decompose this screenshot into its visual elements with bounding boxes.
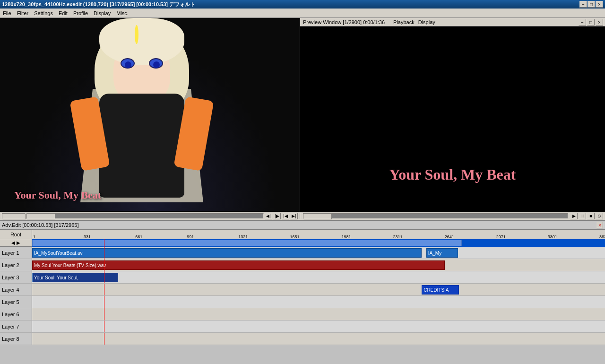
left-scroll-thumb[interactable] xyxy=(2,214,26,219)
menu-settings[interactable]: Settings xyxy=(31,9,56,17)
menu-filter[interactable]: Filter xyxy=(14,9,31,17)
right-preview: Preview Window [1/2900] 0:00/1:36 Playba… xyxy=(300,18,605,212)
character-pupil-right xyxy=(153,61,160,68)
layer-4-track: CREDITSIA xyxy=(32,284,605,295)
layer-2-clip-1[interactable]: My Soul Your Beats (TV Size).wav xyxy=(32,260,445,270)
left-subtitle: Your Soul, My Beat xyxy=(14,189,101,201)
character-body xyxy=(99,94,184,198)
goto-start-button[interactable]: |◀ xyxy=(282,213,289,219)
timeline-close-button[interactable]: × xyxy=(596,222,603,228)
layer-8-track xyxy=(32,333,605,345)
preview-playback-tab[interactable]: Playback xyxy=(391,19,416,25)
goto-end-button[interactable]: ▶| xyxy=(290,213,298,219)
ruler-mark-1: 1 xyxy=(33,234,35,239)
window-title: 1280x720_30fps_44100Hz.exedit (1280,720)… xyxy=(2,1,195,8)
ruler-mark-2641: 2641 xyxy=(445,234,454,239)
layer-1-playhead xyxy=(104,247,104,259)
preview-min-button[interactable]: − xyxy=(579,19,586,26)
layer-4-clip-1[interactable]: CREDITSIA xyxy=(422,285,459,295)
layer-row-3: Layer 3 Your Soul, Your Soul, xyxy=(0,271,605,284)
character-pupil-left xyxy=(125,61,131,68)
timeline-title: Adv.Edit [00:00:10.53] [317/2965] xyxy=(2,222,78,228)
nav-scroll-track[interactable] xyxy=(32,239,605,247)
ruler-mark-991: 991 xyxy=(187,234,194,239)
ruler-mark-2311: 2311 xyxy=(393,234,403,239)
preview-max-button[interactable]: □ xyxy=(587,19,595,26)
nav-row: ◀ ▶ xyxy=(0,239,605,247)
nav-scroll-label: ◀ ▶ xyxy=(0,239,32,246)
timeline-header: Adv.Edit [00:00:10.53] [317/2965] × xyxy=(0,220,605,230)
layer-6-label: Layer 6 xyxy=(0,308,32,320)
left-preview: Your Soul, My Beat xyxy=(0,18,300,212)
stop-button[interactable]: ■ xyxy=(587,213,595,219)
layer-6-playhead xyxy=(104,308,104,320)
transport-left: ◀| |▶ |◀ ▶| xyxy=(0,213,300,219)
layer-row-5: Layer 5 xyxy=(0,296,605,308)
layer-7-track xyxy=(32,321,605,332)
ruler-mark-3301: 3301 xyxy=(548,234,557,239)
nav-scroll-bar[interactable] xyxy=(32,240,462,246)
character-eye-left xyxy=(121,58,135,69)
ruler-mark-1651: 1651 xyxy=(290,234,299,239)
transport-bar: ◀| |▶ |◀ ▶| ▶ ⏸ ■ ⊙ xyxy=(0,212,605,220)
right-scroll-handle[interactable] xyxy=(303,214,332,219)
nav-scroll-arrows[interactable]: ◀ ▶ xyxy=(11,240,20,245)
layer-1-clip-1[interactable]: IA_MySoulYourBeat.avi xyxy=(32,248,422,258)
preview-close-button[interactable]: × xyxy=(596,19,603,26)
menu-misc[interactable]: Misc. xyxy=(113,9,131,17)
menu-profile[interactable]: Profile xyxy=(70,9,91,17)
layer-7-playhead xyxy=(104,321,104,332)
layer-1-label: Layer 1 xyxy=(0,247,32,259)
ruler-mark-331: 331 xyxy=(84,234,91,239)
timeline-ruler: 1 331 661 991 1321 1651 1981 2311 2641 2… xyxy=(32,230,605,239)
character-eye-right xyxy=(149,58,163,69)
menu-display[interactable]: Display xyxy=(91,9,113,17)
layer-row-2: Layer 2 My Soul Your Beats (TV Size).wav xyxy=(0,259,605,271)
pause-button[interactable]: ⏸ xyxy=(579,213,586,219)
timeline-ruler-row: Root 1 331 661 991 1321 1651 1981 2311 2… xyxy=(0,230,605,239)
menu-edit[interactable]: Edit xyxy=(56,9,70,17)
main-area: Your Soul, My Beat Preview Window [1/290… xyxy=(0,18,605,212)
layer-4-label: Layer 4 xyxy=(0,284,32,295)
maximize-button[interactable]: □ xyxy=(588,1,595,8)
right-subtitle: Your Soul, My Beat xyxy=(300,166,605,183)
play-button[interactable]: ▶ xyxy=(570,213,578,219)
preview-content: Your Soul, My Beat xyxy=(300,26,605,212)
preview-display-tab[interactable]: Display xyxy=(416,19,437,25)
ruler-marks-container: 1 331 661 991 1321 1651 1981 2311 2641 2… xyxy=(32,230,605,239)
layer-1-clip-2[interactable]: IA_My xyxy=(426,248,458,258)
root-label: Root xyxy=(0,230,32,239)
character-display xyxy=(71,23,213,202)
record-button[interactable]: ⊙ xyxy=(596,213,603,219)
minimize-button[interactable]: − xyxy=(579,1,587,8)
layer-5-label: Layer 5 xyxy=(0,296,32,308)
timeline-area: Root 1 331 661 991 1321 1651 1981 2311 2… xyxy=(0,230,605,345)
menu-bar: File Filter Settings Edit Profile Displa… xyxy=(0,9,605,18)
left-timeline-scroll[interactable] xyxy=(26,213,264,219)
menu-file[interactable]: File xyxy=(0,9,14,17)
layer-7-label: Layer 7 xyxy=(0,321,32,332)
layer-8-label: Layer 8 xyxy=(0,333,32,345)
transport-right: ▶ ⏸ ■ ⊙ xyxy=(300,213,605,219)
window-controls: − □ × xyxy=(579,1,603,8)
layer-5-track xyxy=(32,296,605,308)
layer-6-track xyxy=(32,308,605,320)
layer-5-playhead xyxy=(104,296,104,308)
character-hair-front xyxy=(99,18,184,65)
ruler-mark-3631: 3631 xyxy=(599,234,605,239)
layer-row-1: Layer 1 IA_MySoulYourBeat.avi IA_My xyxy=(0,247,605,259)
layer-8-playhead xyxy=(104,333,104,345)
ruler-mark-2971: 2971 xyxy=(496,234,506,239)
ruler-mark-1321: 1321 xyxy=(238,234,248,239)
left-scroll-handle[interactable] xyxy=(27,214,55,219)
next-frame-button[interactable]: |▶ xyxy=(273,213,281,219)
prev-frame-button[interactable]: ◀| xyxy=(265,213,272,219)
title-bar: 1280x720_30fps_44100Hz.exedit (1280,720)… xyxy=(0,0,605,9)
close-button[interactable]: × xyxy=(596,1,603,8)
left-scroll-track[interactable] xyxy=(2,213,26,219)
layer-3-clip-1[interactable]: Your Soul, Your Soul, xyxy=(32,273,118,282)
layer-row-6: Layer 6 xyxy=(0,308,605,321)
layer-2-track: My Soul Your Beats (TV Size).wav xyxy=(32,259,605,271)
right-timeline-scroll[interactable] xyxy=(303,213,568,219)
playhead-marker xyxy=(104,239,104,247)
